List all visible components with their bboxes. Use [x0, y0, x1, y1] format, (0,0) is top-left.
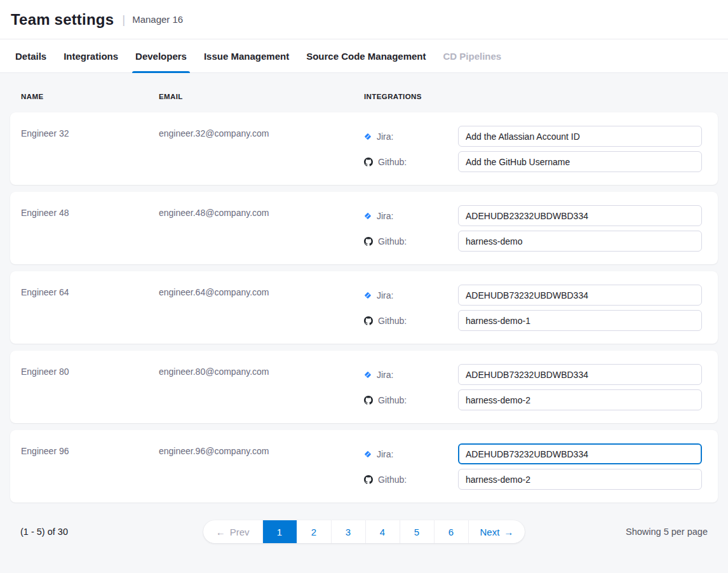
page-button-1[interactable]: 1	[262, 520, 297, 543]
jira-icon	[364, 371, 372, 379]
github-username-input[interactable]	[458, 151, 702, 172]
github-icon	[364, 316, 373, 325]
github-username-input[interactable]	[458, 310, 702, 331]
page-button-5[interactable]: 5	[400, 520, 434, 543]
page-button-4[interactable]: 4	[365, 520, 400, 543]
github-icon	[364, 158, 373, 166]
prev-page-button: ← Prev	[203, 520, 262, 543]
developer-name: Engineer 48	[21, 205, 159, 264]
arrow-left-icon: ←	[216, 527, 226, 537]
github-username-input[interactable]	[458, 469, 702, 490]
table-column-headers: NAME EMAIL INTEGRATIONS	[10, 73, 718, 112]
page-button-2[interactable]: 2	[297, 520, 331, 543]
table-row: Engineer 64 engineer.64@company.com Jira…	[10, 271, 718, 344]
developer-name: Engineer 32	[21, 126, 159, 185]
arrow-right-icon: →	[504, 527, 513, 537]
jira-icon	[364, 212, 372, 220]
tab-issue-management[interactable]: Issue Management	[204, 39, 289, 72]
tab-bar: Details Integrations Developers Issue Ma…	[0, 39, 728, 73]
github-label: Github:	[378, 236, 407, 246]
jira-account-input[interactable]	[458, 443, 702, 464]
developer-email: engineer.80@company.com	[159, 364, 364, 423]
jira-label: Jira:	[377, 131, 393, 142]
developer-name: Engineer 80	[21, 364, 159, 423]
per-page-text: Showing 5 per page	[525, 527, 708, 537]
developer-email: engineer.96@company.com	[159, 443, 364, 502]
developer-email: engineer.32@company.com	[159, 126, 364, 185]
pager: ← Prev 1 2 3 4 5 6 Next →	[203, 520, 525, 543]
jira-label: Jira:	[377, 370, 393, 380]
github-label: Github:	[378, 395, 407, 405]
tab-integrations[interactable]: Integrations	[64, 39, 118, 72]
github-label: Github:	[378, 475, 407, 485]
tab-developers[interactable]: Developers	[135, 39, 187, 72]
page-title: Team settings	[11, 11, 114, 29]
jira-label: Jira:	[377, 449, 393, 459]
github-username-input[interactable]	[458, 389, 702, 410]
jira-label: Jira:	[377, 211, 393, 221]
developer-name: Engineer 96	[21, 443, 159, 502]
tab-source-code-management[interactable]: Source Code Management	[306, 39, 426, 72]
page-button-3[interactable]: 3	[331, 520, 365, 543]
column-header-integrations: INTEGRATIONS	[364, 93, 702, 100]
tab-cd-pipelines: CD Pipelines	[443, 39, 502, 72]
column-header-email: EMAIL	[159, 93, 364, 100]
developers-table: NAME EMAIL INTEGRATIONS Engineer 32 engi…	[0, 73, 728, 543]
github-icon	[364, 396, 373, 405]
github-icon	[364, 237, 373, 246]
page-header: Team settings | Manager 16	[0, 0, 728, 39]
jira-icon	[364, 292, 372, 299]
github-label: Github:	[378, 157, 407, 167]
github-icon	[364, 475, 373, 484]
table-row: Engineer 48 engineer.48@company.com Jira…	[10, 192, 718, 264]
github-label: Github:	[378, 316, 407, 326]
jira-account-input[interactable]	[458, 126, 702, 147]
table-row: Engineer 80 engineer.80@company.com Jira…	[10, 351, 718, 423]
github-username-input[interactable]	[458, 231, 702, 252]
tab-details[interactable]: Details	[15, 39, 46, 72]
jira-account-input[interactable]	[458, 285, 702, 306]
table-row: Engineer 32 engineer.32@company.com Jira…	[10, 112, 718, 185]
jira-account-input[interactable]	[458, 205, 702, 226]
developer-email: engineer.64@company.com	[159, 285, 364, 344]
column-header-name: NAME	[21, 93, 159, 100]
title-separator: |	[122, 13, 125, 27]
jira-icon	[364, 450, 372, 458]
pagination-bar: (1 - 5) of 30 ← Prev 1 2 3 4 5 6 Next → …	[10, 520, 718, 543]
results-range: (1 - 5) of 30	[20, 527, 203, 537]
jira-icon	[364, 133, 372, 140]
developer-email: engineer.48@company.com	[159, 205, 364, 264]
jira-account-input[interactable]	[458, 364, 702, 385]
page-button-6[interactable]: 6	[434, 520, 468, 543]
table-row: Engineer 96 engineer.96@company.com Jira…	[10, 430, 718, 502]
page-subtitle: Manager 16	[132, 14, 183, 25]
jira-label: Jira:	[377, 290, 393, 300]
developer-name: Engineer 64	[21, 285, 159, 344]
next-page-button[interactable]: Next →	[468, 520, 525, 543]
